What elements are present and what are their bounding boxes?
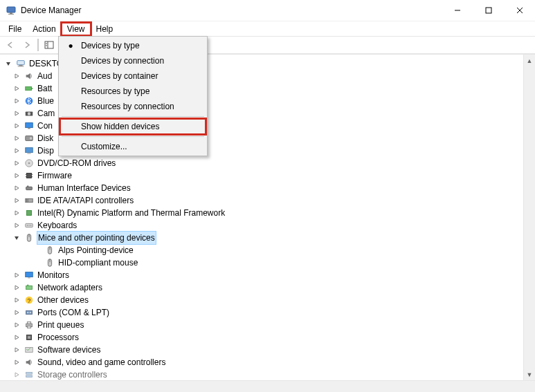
- horizontal-scrollbar[interactable]: [0, 380, 535, 392]
- menu-item-devices-by-type[interactable]: ● Devices by type: [60, 38, 206, 53]
- expand-icon[interactable]: [12, 221, 21, 230]
- port-icon: [24, 307, 35, 318]
- expand-icon[interactable]: [12, 271, 21, 279]
- menu-item-devices-by-container[interactable]: Devices by container: [60, 68, 206, 84]
- expand-icon[interactable]: [12, 321, 21, 329]
- expand-icon[interactable]: [12, 109, 21, 118]
- expand-icon[interactable]: [12, 283, 21, 292]
- expand-icon[interactable]: [12, 84, 21, 93]
- tree-category-ide[interactable]: IDE ATA/ATAPI controllers: [4, 194, 523, 207]
- expand-icon[interactable]: [12, 72, 21, 80]
- toolbar-divider: [37, 39, 39, 51]
- network-icon: [24, 282, 35, 293]
- expand-icon[interactable]: [12, 134, 21, 142]
- tree-category-mice[interactable]: Mice and other pointing devices: [4, 232, 523, 244]
- svg-rect-54: [26, 310, 33, 314]
- tree-leaf-alps[interactable]: Alps Pointing-device: [4, 244, 523, 256]
- menu-action[interactable]: Action: [27, 23, 61, 35]
- expand-icon[interactable]: [12, 371, 21, 379]
- expand-icon[interactable]: [12, 147, 21, 155]
- collapse-icon[interactable]: [12, 234, 21, 242]
- expand-icon[interactable]: [12, 184, 21, 192]
- expand-icon[interactable]: [12, 159, 21, 167]
- menu-item-resources-by-type[interactable]: Resources by type: [60, 84, 206, 99]
- menu-file[interactable]: File: [3, 23, 27, 35]
- nav-back-button[interactable]: [3, 37, 18, 53]
- tree-leaf-hid-mouse[interactable]: HID-compliant mouse: [4, 256, 523, 269]
- menu-view[interactable]: View: [62, 23, 91, 35]
- tree-category-dvd[interactable]: DVD/CD-ROM drives: [4, 157, 523, 169]
- tree-category-processors[interactable]: Processors: [4, 331, 523, 344]
- tree-category-label: Firmware: [37, 169, 72, 182]
- collapse-icon[interactable]: [4, 59, 12, 68]
- scroll-track[interactable]: [524, 66, 535, 368]
- menu-help[interactable]: Help: [91, 23, 119, 35]
- svg-rect-23: [26, 148, 33, 153]
- storage-icon: [24, 369, 35, 380]
- menu-item-resources-by-connection[interactable]: Resources by connection: [60, 99, 206, 114]
- chip-icon: [24, 207, 35, 218]
- tree-category-intel-dptf[interactable]: Intel(R) Dynamic Platform and Thermal Fr…: [4, 207, 523, 219]
- minimize-button[interactable]: [442, 0, 473, 21]
- expand-icon[interactable]: [12, 346, 21, 354]
- tree-category-keyboards[interactable]: Keyboards: [4, 219, 523, 232]
- expand-icon[interactable]: [12, 97, 21, 105]
- tree-category-ports[interactable]: Ports (COM & LPT): [4, 306, 523, 319]
- svg-rect-20: [28, 128, 30, 129]
- tree-category-label: Software devices: [37, 344, 100, 356]
- nav-forward-button[interactable]: [19, 37, 35, 53]
- tree-category-monitors[interactable]: Monitors: [4, 269, 523, 281]
- tree-category-label: Con: [37, 120, 53, 132]
- tree-category-other[interactable]: ? Other devices: [4, 294, 523, 306]
- menu-item-devices-by-connection[interactable]: Devices by connection: [60, 53, 206, 68]
- close-button[interactable]: [504, 0, 535, 21]
- tree-category-label: Storage controllers: [37, 368, 107, 380]
- menu-item-customize[interactable]: Customize...: [60, 139, 206, 154]
- display-icon: [24, 145, 35, 156]
- svg-rect-19: [26, 123, 33, 128]
- unknown-icon: ?: [24, 295, 35, 306]
- show-hide-tree-button[interactable]: [42, 37, 57, 53]
- tree-category-hid[interactable]: Human Interface Devices: [4, 182, 523, 194]
- expand-icon[interactable]: [12, 296, 21, 304]
- svg-rect-64: [26, 375, 33, 377]
- scroll-down-button[interactable]: ▼: [524, 368, 535, 380]
- expand-icon[interactable]: [12, 308, 21, 317]
- menu-separator: [62, 116, 204, 117]
- svg-rect-32: [26, 187, 33, 189]
- tree-category-label: DVD/CD-ROM drives: [37, 157, 116, 169]
- svg-rect-27: [27, 174, 32, 178]
- svg-rect-37: [27, 211, 32, 216]
- svg-rect-51: [27, 285, 28, 286]
- svg-rect-4: [486, 8, 491, 13]
- tree-category-label: Mice and other pointing devices: [37, 232, 156, 244]
- menu-item-label: Resources by connection: [81, 102, 174, 111]
- window-title: Device Manager: [21, 6, 81, 15]
- expand-icon[interactable]: [12, 196, 21, 205]
- expand-icon[interactable]: [12, 209, 21, 217]
- tree-category-label: Disp: [37, 144, 54, 157]
- expand-icon[interactable]: [12, 333, 21, 342]
- tree-category-print-queues[interactable]: Print queues: [4, 319, 523, 331]
- vertical-scrollbar[interactable]: ▲ ▼: [523, 55, 535, 380]
- tree-category-label: Monitors: [37, 269, 69, 281]
- speaker-icon: [24, 71, 35, 82]
- menu-item-show-hidden-devices[interactable]: Show hidden devices: [60, 119, 206, 134]
- tree-category-label: Blue: [37, 95, 54, 107]
- expand-icon[interactable]: [12, 358, 21, 366]
- tree-category-software[interactable]: Software devices: [4, 344, 523, 356]
- expand-icon[interactable]: [12, 171, 21, 180]
- svg-point-55: [27, 312, 28, 313]
- svg-point-41: [30, 225, 31, 225]
- dvd-icon: [24, 158, 35, 169]
- tree-category-label: Processors: [37, 331, 79, 344]
- scroll-up-button[interactable]: ▲: [524, 55, 535, 66]
- expand-icon[interactable]: [12, 122, 21, 130]
- tree-category-firmware[interactable]: Firmware: [4, 169, 523, 182]
- tree-category-network[interactable]: Network adapters: [4, 281, 523, 294]
- tree-category-sound[interactable]: Sound, video and game controllers: [4, 356, 523, 368]
- monitor-icon: [24, 270, 35, 281]
- tree-category-storage[interactable]: Storage controllers: [4, 368, 523, 380]
- svg-rect-11: [17, 61, 25, 65]
- maximize-button[interactable]: [473, 0, 504, 21]
